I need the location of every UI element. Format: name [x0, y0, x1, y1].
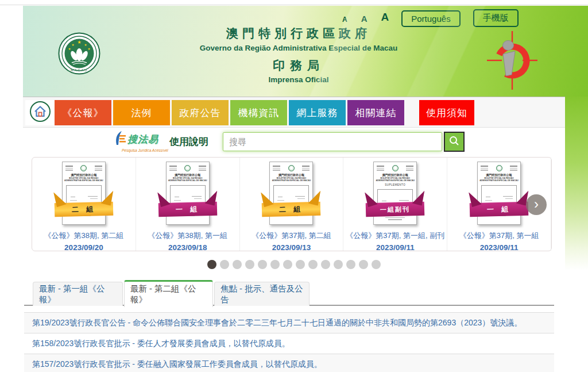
gazette-card[interactable]: 澳門特別行政區公報 BOLETIM OFICIAL DA REGIÃO ADMI… — [136, 158, 240, 251]
gazette-date: 2023/09/13 — [240, 243, 343, 252]
cover-title-zh: 澳門特別行政區公報 — [63, 173, 105, 177]
svg-text:★: ★ — [68, 47, 71, 51]
cover-title-pt2: ADMINISTRATIVA ESPECIAL DE MACAU — [478, 179, 520, 182]
carousel-dot[interactable] — [296, 260, 305, 269]
carousel-dot[interactable] — [334, 260, 343, 269]
carousel-dot[interactable] — [372, 260, 381, 269]
series-ribbon: 一 組 — [470, 202, 529, 217]
gazette-date: 2023/09/11 — [343, 243, 447, 252]
font-size-large-button[interactable]: A — [381, 11, 389, 24]
gazette-card[interactable]: 澳門特別行政區公報 BOLETIM OFICIAL DA REGIÃO ADMI… — [343, 158, 447, 251]
cover-suplemento-label: SUPLEMENTO — [374, 183, 416, 186]
cover-title-zh: 澳門特別行政區公報 — [478, 173, 520, 177]
announcement-row[interactable]: 第157/2023號行政長官批示 - 委任融入國家發展工作委員會成員，以替代原成… — [24, 354, 554, 372]
legal-search-logo-title: 搜法易 — [127, 133, 158, 146]
gazette-title[interactable]: 《公報》第37期, 第二組 — [240, 231, 343, 241]
carousel-next-button[interactable]: › — [526, 194, 547, 215]
carousel-dot[interactable] — [321, 260, 330, 269]
carousel-dot[interactable] — [346, 260, 355, 269]
gazette-title[interactable]: 《公報》第37期, 第一組 — [447, 231, 551, 241]
cover-emblem-icon — [496, 165, 502, 171]
gazette-date: 2023/09/11 — [447, 243, 551, 252]
nav-item-gov-notices[interactable]: 政府公告 — [172, 100, 229, 125]
nav-item-org-info[interactable]: 機構資訊 — [230, 100, 287, 125]
cover-emblem-icon — [392, 165, 399, 171]
carousel-dot[interactable] — [270, 260, 280, 269]
svg-text:★: ★ — [88, 47, 91, 51]
nav-items: 《公報》 法例 政府公告 機構資訊 網上服務 相關連結 使用須知 — [55, 100, 474, 125]
legal-search-logo-icon — [114, 131, 126, 148]
carousel-dot[interactable] — [308, 260, 318, 269]
svg-text:★: ★ — [77, 40, 81, 45]
gazette-card[interactable]: 澳門特別行政區公報 BOLETIM OFICIAL DA REGIÃO ADMI… — [240, 158, 344, 251]
svg-text:★: ★ — [72, 43, 75, 47]
header-topbar: A A A Português 手機版 — [342, 9, 519, 27]
legal-search-logo-subtitle: Pesquisa Jurídica Acessível — [122, 148, 183, 152]
font-size-medium-button[interactable]: A — [361, 14, 368, 24]
page: ★ ★ ★ ★ ★ MACAU 澳門特別行政區政府 Governo da Reg… — [0, 0, 588, 372]
macau-emblem-logo: ★ ★ ★ ★ ★ MACAU — [58, 32, 100, 75]
carousel-dot[interactable] — [283, 260, 292, 269]
government-titles: 澳門特別行政區政府 Governo da Região Administrati… — [161, 25, 436, 84]
gazette-date: 2023/09/20 — [32, 243, 136, 252]
cover-title-zh: 澳門特別行政區公報 — [167, 173, 209, 177]
carousel-dot[interactable] — [258, 260, 267, 269]
font-size-controls: A A A — [342, 11, 389, 27]
announcement-link[interactable]: 第158/2023號行政長官批示 - 委任人才發展委員會成員，以替代原成員。 — [32, 339, 290, 348]
cover-title-pt2: ADMINISTRATIVA ESPECIAL DE MACAU — [374, 179, 416, 182]
tab-second-series-gazette[interactable]: 最新 - 第二組《公報》 — [124, 280, 213, 307]
series-ribbon: 二 組 — [55, 202, 114, 217]
tab-highlights-notices[interactable]: 焦點 - 批示、通告及公告 — [214, 282, 310, 306]
emblem-macau-text: MACAU — [71, 68, 88, 72]
portuguese-language-button[interactable]: Português — [401, 10, 460, 27]
nav-item-terms-of-use[interactable]: 使用須知 — [419, 100, 474, 125]
cover-title-zh: 澳門特別行政區公報 — [374, 173, 416, 177]
gov-title-zh: 澳門特別行政區政府 — [161, 25, 436, 41]
announcement-link[interactable]: 第157/2023號行政長官批示 - 委任融入國家發展工作委員會成員，以替代原成… — [32, 359, 322, 369]
nav-item-gazette[interactable]: 《公報》 — [55, 100, 111, 125]
gazette-card[interactable]: 澳門特別行政區公報 BOLETIM OFICIAL DA REGIÃO ADMI… — [32, 158, 136, 251]
nav-item-legislation[interactable]: 法例 — [113, 100, 170, 125]
series-ribbon: 一 組 — [158, 202, 217, 217]
header-banner: ★ ★ ★ ★ ★ MACAU 澳門特別行政區政府 Governo da Reg… — [23, 6, 588, 97]
gazette-date: 2023/09/18 — [136, 243, 239, 252]
carousel-dot[interactable] — [220, 260, 229, 269]
search-row: 搜法易 Pesquisa Jurídica Acessível 使用說明 — [23, 128, 565, 156]
nav-item-related-links[interactable]: 相關連結 — [347, 100, 404, 125]
news-tabs: 最新 - 第一組《公報》 最新 - 第二組《公報》 焦點 - 批示、通告及公告 — [24, 280, 554, 306]
mobile-version-button[interactable]: 手機版 — [473, 9, 519, 27]
font-size-small-button[interactable]: A — [342, 16, 347, 24]
carousel-dot[interactable] — [245, 260, 254, 269]
tab-first-series-gazette[interactable]: 最新 - 第一組《公報》 — [33, 282, 123, 306]
search-icon — [448, 135, 460, 148]
announcement-row[interactable]: 第19/2023號行政長官公告 - 命令公佈聯合國安全理事會於二零二三年七月二十… — [24, 312, 554, 333]
gazette-carousel: 澳門特別行政區公報 BOLETIM OFICIAL DA REGIÃO ADMI… — [32, 157, 552, 251]
nav-item-online-services[interactable]: 網上服務 — [289, 100, 346, 125]
carousel-dots — [23, 260, 565, 271]
cover-emblem-icon — [80, 165, 87, 171]
announcement-list: 第19/2023號行政長官公告 - 命令公佈聯合國安全理事會於二零二三年七月二十… — [24, 312, 554, 372]
carousel-dot[interactable] — [233, 260, 242, 269]
background-green-column — [565, 97, 588, 270]
search-input[interactable] — [223, 132, 442, 151]
announcement-link[interactable]: 第19/2023號行政長官公告 - 命令公佈聯合國安全理事會於二零二三年七月二十… — [32, 318, 522, 328]
cover-title-zh: 澳門特別行政區公報 — [270, 173, 312, 177]
gazette-title[interactable]: 《公報》第37期, 第一組, 副刊 — [343, 231, 447, 241]
search-button[interactable] — [444, 132, 465, 152]
carousel-dot[interactable] — [359, 260, 368, 269]
cover-title-pt2: ADMINISTRATIVA ESPECIAL DE MACAU — [167, 179, 209, 182]
cover-title-pt2: ADMINISTRATIVA ESPECIAL DE MACAU — [63, 179, 105, 182]
gazette-title[interactable]: 《公報》第38期, 第一組 — [136, 231, 239, 241]
home-button[interactable] — [25, 100, 55, 125]
gazette-title[interactable]: 《公報》第38期, 第二組 — [32, 231, 136, 241]
cover-emblem-icon — [184, 165, 191, 171]
bureau-title-zh: 印務局 — [161, 57, 436, 74]
home-icon — [29, 101, 51, 125]
cover-emblem-icon — [288, 165, 295, 171]
chevron-right-icon: › — [534, 196, 539, 212]
carousel-dot[interactable] — [207, 260, 216, 269]
usage-instructions-link[interactable]: 使用說明 — [169, 135, 208, 148]
announcement-row[interactable]: 第158/2023號行政長官批示 - 委任人才發展委員會成員，以替代原成員。 — [24, 333, 554, 354]
bureau-title-pt: Imprensa Oficial — [161, 75, 436, 84]
series-ribbon: 一組副刊 — [366, 202, 425, 217]
